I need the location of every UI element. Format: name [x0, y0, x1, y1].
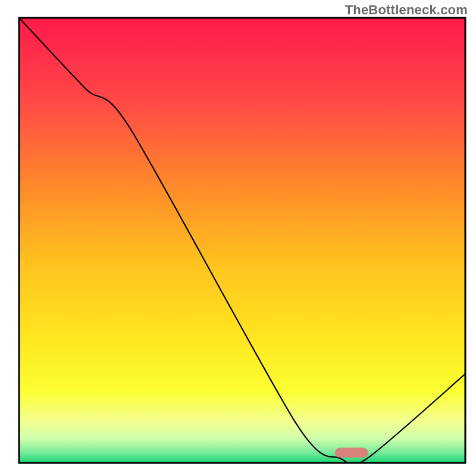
plot-area	[19, 18, 465, 465]
bottleneck-chart	[0, 0, 476, 476]
gradient-background	[19, 18, 465, 463]
watermark-label: TheBottleneck.com	[345, 2, 468, 18]
optimal-zone-marker	[335, 448, 368, 458]
